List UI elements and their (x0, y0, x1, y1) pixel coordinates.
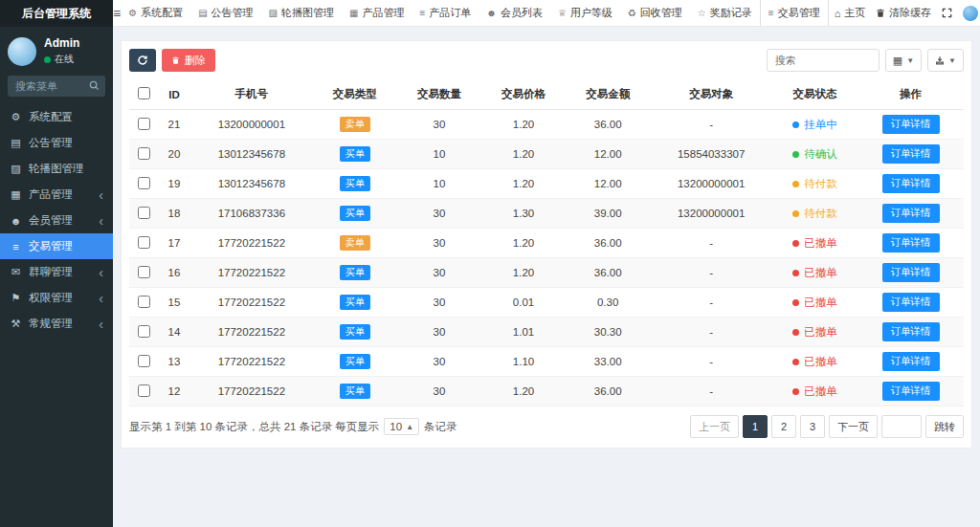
order-detail-button[interactable]: 订单详情 (882, 322, 940, 341)
cell-price: 1.01 (481, 318, 566, 347)
cell-status: 已撤单 (772, 229, 858, 258)
order-detail-button[interactable]: 订单详情 (882, 115, 940, 134)
status-text: 已撤单 (804, 385, 837, 397)
order-detail-button[interactable]: 订单详情 (882, 174, 940, 193)
table-search-input[interactable] (767, 49, 880, 72)
cell-price: 1.20 (481, 229, 566, 258)
fullscreen-icon[interactable] (942, 8, 952, 18)
order-detail-button[interactable]: 订单详情 (882, 293, 940, 312)
page-button-1[interactable]: 1 (743, 415, 768, 438)
trade-type-badge: 买单 (340, 384, 370, 399)
table-row: 1717720221522卖单301.2036.00-已撤单订单详情 (129, 229, 964, 258)
clear-cache-link[interactable]: 清除缓存 (876, 6, 931, 20)
cell-action: 订单详情 (858, 229, 964, 258)
topnav-item-product[interactable]: ▦产品管理 (342, 0, 412, 26)
topnav-item-notice[interactable]: ▤公告管理 (190, 0, 260, 26)
page-jump-button[interactable]: 跳转 (925, 415, 964, 438)
page-button-3[interactable]: 3 (800, 415, 825, 438)
menu-toggle-icon[interactable]: ≡ (113, 0, 121, 26)
delete-button[interactable]: 删除 (162, 49, 215, 72)
table-row: 1517720221522买单300.010.30-已撤单订单详情 (129, 288, 964, 318)
export-button[interactable]: ▼ (927, 49, 964, 72)
refresh-button[interactable] (129, 49, 156, 72)
topnav-item-member-list[interactable]: ☻会员列表 (479, 0, 550, 26)
cell-action: 订单详情 (858, 140, 964, 169)
cell-status: 已撤单 (772, 288, 858, 318)
user-icon: ☻ (10, 215, 22, 227)
column-header: 交易数量 (397, 79, 481, 110)
row-checkbox[interactable] (138, 118, 150, 130)
status-text: 已撤单 (804, 356, 837, 367)
topnav-item-label: 产品订单 (429, 6, 471, 20)
order-detail-button[interactable]: 订单详情 (882, 144, 940, 164)
sidebar-item-banner[interactable]: ▨轮播图管理 (0, 156, 113, 182)
search-icon[interactable] (89, 80, 100, 91)
topnav-item-user-level[interactable]: ♕用户等级 (550, 0, 620, 26)
sidebar-item-member[interactable]: ☻会员管理‹ (0, 208, 113, 233)
grid-icon: ▦ (893, 55, 902, 67)
row-checkbox[interactable] (138, 266, 150, 278)
row-checkbox-cell (129, 347, 158, 377)
page-size-select[interactable]: 10 ▲ (384, 418, 419, 435)
order-detail-button[interactable]: 订单详情 (882, 382, 940, 401)
cell-action: 订单详情 (858, 288, 964, 318)
cell-qty: 10 (397, 140, 481, 169)
doc-icon: ▤ (198, 8, 207, 18)
status-text: 已撤单 (804, 267, 837, 278)
status-dot-icon (792, 270, 799, 276)
page-button-2[interactable]: 2 (771, 415, 796, 438)
cell-qty: 30 (397, 110, 481, 140)
page-jump-input[interactable] (881, 415, 922, 438)
order-detail-button[interactable]: 订单详情 (882, 204, 940, 223)
trade-type-badge: 卖单 (340, 235, 370, 251)
row-checkbox[interactable] (138, 325, 150, 338)
table-footer: 显示第 1 到第 10 条记录，总共 21 条记录 每页显示 10 ▲ 条记录 … (129, 415, 964, 438)
order-detail-button[interactable]: 订单详情 (882, 263, 940, 282)
row-checkbox[interactable] (138, 384, 150, 397)
status-dot-icon (792, 388, 799, 395)
topnav-item-product-order[interactable]: ≡产品订单 (412, 0, 479, 26)
cell-id: 16 (158, 258, 190, 288)
image-icon: ▨ (269, 8, 278, 18)
grid-icon: ▦ (349, 8, 358, 18)
home-link[interactable]: ⌂ 主页 (835, 6, 866, 20)
row-checkbox[interactable] (138, 296, 150, 308)
row-checkbox[interactable] (138, 177, 150, 189)
toolbar-right: ▦▼ ▼ (767, 49, 964, 72)
sidebar-item-system-config[interactable]: ⚙系统配置 (0, 104, 113, 130)
topnav-item-trade[interactable]: ≡交易管理 (760, 0, 829, 26)
select-all-checkbox[interactable] (138, 87, 150, 99)
topnav-item-reward[interactable]: ☆奖励记录 (690, 0, 760, 26)
sidebar-item-trade[interactable]: ≡交易管理 (0, 233, 113, 259)
column-header: 手机号 (190, 79, 313, 110)
prev-page-button[interactable]: 上一页 (690, 415, 739, 438)
row-checkbox-cell (129, 318, 158, 347)
recycle-icon: ♻ (628, 8, 636, 18)
content: 删除 ▦▼ ▼ (113, 27, 980, 527)
row-checkbox[interactable] (138, 147, 150, 160)
order-detail-button[interactable]: 订单详情 (882, 352, 940, 371)
table-row: 1317720221522买单301.1033.00-已撤单订单详情 (129, 347, 964, 377)
row-checkbox[interactable] (138, 355, 150, 367)
topnav-item-banner[interactable]: ▨轮播图管理 (261, 0, 342, 26)
admin-menu[interactable]: Admin (963, 6, 980, 21)
topnav-item-system-config[interactable]: ⚙系统配置 (121, 0, 190, 26)
columns-toggle-button[interactable]: ▦▼ (885, 49, 922, 72)
crown-icon: ♕ (558, 8, 567, 18)
sidebar-item-product[interactable]: ▦产品管理‹ (0, 182, 113, 208)
sidebar-item-general[interactable]: ⚒常规管理‹ (0, 311, 113, 337)
topnav-item-label: 交易管理 (778, 6, 820, 20)
cell-action: 订单详情 (858, 347, 964, 377)
row-checkbox[interactable] (138, 236, 150, 249)
topnav-items: ⚙系统配置▤公告管理▨轮播图管理▦产品管理≡产品订单☻会员列表♕用户等级♻回收管… (121, 0, 828, 26)
sidebar-item-notice[interactable]: ▤公告管理 (0, 130, 113, 156)
row-checkbox[interactable] (138, 207, 150, 219)
next-page-button[interactable]: 下一页 (829, 415, 878, 438)
cell-phone: 17720221522 (190, 229, 313, 258)
row-checkbox-cell (129, 110, 158, 140)
sidebar-item-chat[interactable]: ✉群聊管理‹ (0, 259, 113, 285)
sidebar-item-permission[interactable]: ⚑权限管理‹ (0, 285, 113, 311)
topnav-item-recycle[interactable]: ♻回收管理 (620, 0, 690, 26)
order-detail-button[interactable]: 订单详情 (882, 233, 940, 253)
table-body: 2113200000001卖单301.2036.00-挂单中订单详情201301… (129, 110, 964, 406)
